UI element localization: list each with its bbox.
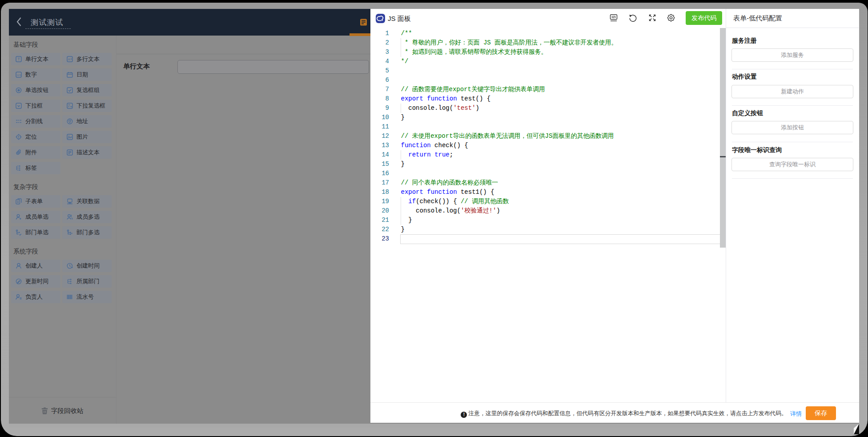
svg-text:T: T: [17, 57, 20, 61]
svg-text:123: 123: [16, 74, 21, 76]
svg-text:A: A: [68, 58, 70, 61]
